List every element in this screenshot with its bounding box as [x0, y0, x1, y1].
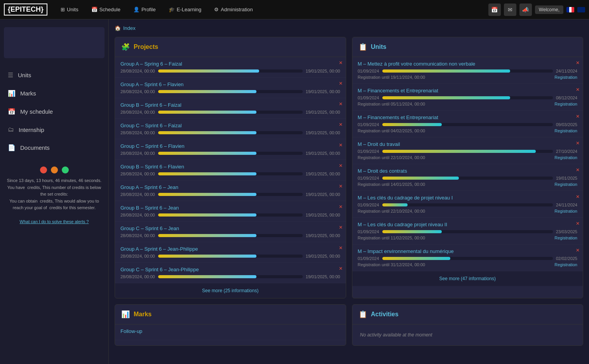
close-icon[interactable]: ✕ — [576, 87, 580, 92]
notification-button[interactable]: 📣 — [519, 3, 532, 16]
unit-item[interactable]: ✕ M – Droit du travail 01/09/2024 27/10/… — [352, 137, 583, 164]
close-icon[interactable]: ✕ — [339, 163, 343, 168]
unit-item[interactable]: ✕ M – Les clés du cadrage de projet nive… — [352, 191, 583, 218]
close-icon[interactable]: ✕ — [339, 101, 343, 107]
unit-reg-until: Registration until 11/02/2025, 00:00 — [358, 236, 425, 240]
activities-empty-text: No activity available at the moment — [360, 332, 432, 338]
close-icon[interactable]: ✕ — [576, 248, 580, 253]
unit-item[interactable]: ✕ M – Impact environnemental du numériqu… — [352, 244, 583, 271]
unit-reg-until: Registration until 31/12/2024, 00:00 — [358, 262, 425, 267]
project-end: 19/01/2025, 00:00 — [306, 69, 340, 73]
progress-bar-wrap — [158, 193, 303, 196]
project-item[interactable]: ✕ Group A – Sprint 6 – Jean 28/08/2024, … — [115, 180, 346, 201]
units-see-more[interactable]: See more (47 informations) — [352, 271, 583, 286]
logo[interactable]: {EPITECH} — [4, 3, 47, 16]
project-item[interactable]: ✕ Group C – Sprint 6 – Jean-Philippe 28/… — [115, 263, 346, 283]
close-icon[interactable]: ✕ — [576, 60, 580, 66]
unit-reg-link[interactable]: Registration — [554, 128, 577, 133]
marks-icon: 📊 — [8, 90, 16, 97]
marks-panel: 📊 Marks Follow-up — [115, 304, 346, 346]
row-2: 📊 Marks Follow-up 📋 Activities No activi… — [115, 304, 583, 346]
unit-reg-link[interactable]: Registration — [554, 262, 577, 267]
mail-button[interactable]: ✉ — [504, 3, 516, 16]
project-item[interactable]: ✕ Group A – Spring 6 – Faizal 28/08/2024… — [115, 57, 346, 78]
sidebar-item-my-schedule[interactable]: 📅 My schedule — [0, 102, 108, 121]
unit-dates: 01/09/2024 23/03/2025 — [358, 229, 578, 234]
unit-reg-link[interactable]: Registration — [554, 209, 577, 213]
progress-bar-fill — [158, 193, 256, 196]
flag-fr-icon[interactable] — [566, 7, 574, 12]
project-item[interactable]: ✕ Group A – Sprint 6 – Flavien 28/08/202… — [115, 78, 346, 98]
sidebar-nav: ☰ Units 📊 Marks 📅 My schedule 🗂 Internsh… — [0, 62, 108, 161]
followup-name: Follow-up — [120, 328, 340, 334]
unit-start: 01/09/2024 — [358, 69, 379, 73]
project-item[interactable]: ✕ Group A – Sprint 6 – Jean-Philippe 28/… — [115, 242, 346, 263]
progress-unit — [382, 203, 553, 206]
unit-reg-link[interactable]: Registration — [554, 236, 577, 240]
flag-uk-icon[interactable] — [577, 7, 585, 12]
unit-reg-until: Registration until 14/01/2025, 00:00 — [358, 182, 425, 187]
unit-item[interactable]: ✕ M – Les clés du cadrage projet niveau … — [352, 218, 583, 244]
close-icon[interactable]: ✕ — [339, 266, 343, 271]
close-icon[interactable]: ✕ — [339, 60, 343, 66]
unit-end: 23/03/2025 — [556, 229, 577, 234]
nav-administration[interactable]: ⚙ Administration — [209, 3, 258, 16]
close-icon[interactable]: ✕ — [576, 140, 580, 146]
project-item[interactable]: ✕ Group C – Sprint 6 – Faizal 28/08/2024… — [115, 119, 346, 139]
project-start: 28/08/2024, 00:00 — [120, 254, 155, 258]
unit-name: M – Les clés du cadrage projet niveau II — [358, 222, 578, 227]
unit-item[interactable]: ✕ M – Financements et Entreprenariat 01/… — [352, 111, 583, 137]
close-icon[interactable]: ✕ — [576, 221, 580, 226]
sidebar-item-units[interactable]: ☰ Units — [0, 66, 108, 84]
breadcrumb-index[interactable]: Index — [123, 25, 136, 31]
project-item[interactable]: ✕ Group C – Sprint 6 – Flavien 28/08/202… — [115, 139, 346, 160]
unit-reg: Registration until 31/12/2024, 00:00 Reg… — [358, 262, 578, 267]
breadcrumb: 🏠 Index — [115, 25, 583, 31]
unit-reg-link[interactable]: Registration — [554, 75, 577, 80]
unit-end: 09/03/2025 — [556, 122, 577, 127]
project-item[interactable]: ✕ Group B – Sprint 6 – Flavien 28/08/202… — [115, 160, 346, 180]
projects-see-more[interactable]: See more (25 informations) — [115, 283, 346, 298]
close-icon[interactable]: ✕ — [576, 114, 580, 119]
sidebar-item-marks[interactable]: 📊 Marks — [0, 84, 108, 102]
project-start: 28/08/2024, 00:00 — [120, 130, 155, 135]
calendar-button[interactable]: 📅 — [488, 3, 501, 16]
nav-profile[interactable]: 👤 Profile — [128, 3, 161, 16]
close-icon[interactable]: ✕ — [339, 81, 343, 86]
nav-units[interactable]: ⊞ Units — [55, 3, 84, 16]
unit-item[interactable]: ✕ M – Droit des contrats 01/09/2024 19/0… — [352, 164, 583, 191]
unit-reg: Registration until 04/02/2025, 00:00 Reg… — [358, 128, 578, 133]
progress-bar-wrap — [158, 131, 303, 134]
marks-panel-icon: 📊 — [121, 310, 130, 319]
close-icon[interactable]: ✕ — [339, 225, 343, 230]
project-item[interactable]: ✕ Group C – Sprint 6 – Jean 28/08/2024, … — [115, 222, 346, 242]
progress-bar-fill — [158, 90, 256, 93]
close-icon[interactable]: ✕ — [576, 194, 580, 199]
project-name: Group A – Sprint 6 – Jean-Philippe — [120, 246, 340, 252]
close-icon[interactable]: ✕ — [339, 184, 343, 189]
sidebar-item-internship[interactable]: 🗂 Internship — [0, 121, 108, 139]
close-icon[interactable]: ✕ — [339, 245, 343, 251]
marks-panel-body: Follow-up — [115, 324, 346, 340]
unit-item[interactable]: ✕ M – Financements et Entreprenariat 01/… — [352, 84, 583, 111]
unit-reg-link[interactable]: Registration — [554, 155, 577, 160]
sidebar-item-documents[interactable]: 📄 Documents — [0, 139, 108, 157]
unit-reg-link[interactable]: Registration — [554, 102, 577, 106]
close-icon[interactable]: ✕ — [576, 167, 580, 173]
close-icon[interactable]: ✕ — [339, 142, 343, 148]
unit-item[interactable]: ✕ M – Mettez à profit votre communicatio… — [352, 57, 583, 84]
units-panel-body: ✕ M – Mettez à profit votre communicatio… — [352, 57, 583, 271]
progress-bar-wrap — [158, 69, 303, 73]
nav-schedule[interactable]: 📅 Schedule — [86, 3, 126, 16]
alert-link[interactable]: What can I do to solve these alerts ? — [20, 219, 89, 224]
project-dates: 28/08/2024, 00:00 19/01/2025, 00:00 — [120, 213, 340, 217]
marks-title: Marks — [134, 311, 152, 318]
project-item[interactable]: ✕ Group B – Sprint 6 – Faizal 28/08/2024… — [115, 98, 346, 119]
nav-elearning[interactable]: 🎓 E-Learning — [163, 3, 207, 16]
marks-followup-item[interactable]: Follow-up — [115, 324, 346, 340]
unit-reg-link[interactable]: Registration — [554, 182, 577, 187]
close-icon[interactable]: ✕ — [339, 204, 343, 210]
project-item[interactable]: ✕ Group B – Sprint 6 – Jean 28/08/2024, … — [115, 201, 346, 222]
unit-start: 01/09/2024 — [358, 176, 379, 180]
close-icon[interactable]: ✕ — [339, 122, 343, 127]
